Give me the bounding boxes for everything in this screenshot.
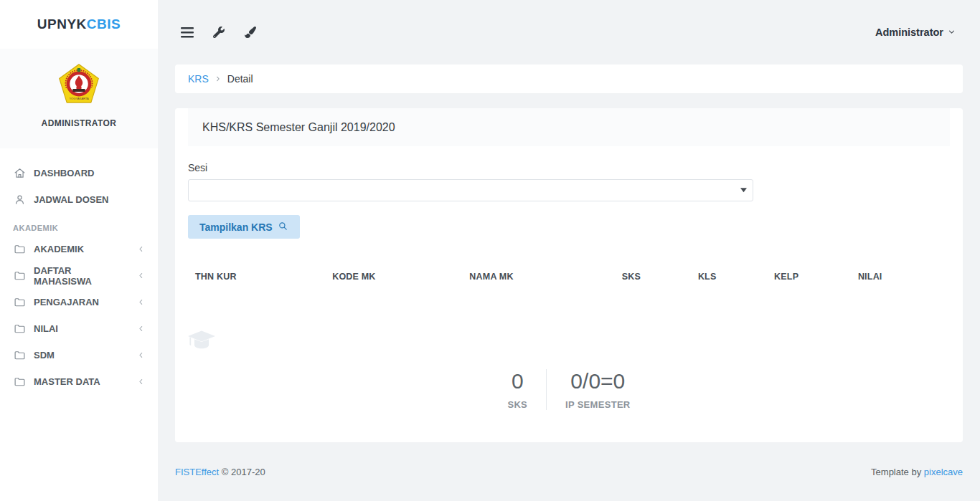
chevron-down-icon bbox=[948, 27, 956, 38]
user-menu[interactable]: Administrator bbox=[875, 27, 956, 38]
sidebar-item-label: AKADEMIK bbox=[34, 244, 129, 254]
sidebar-item-label: MASTER DATA bbox=[34, 376, 129, 387]
sidebar: UPNYKCBIS YOGYAKARTA ADMINISTRATOR DASHB… bbox=[0, 0, 158, 501]
folder-icon bbox=[13, 296, 26, 308]
user-menu-label: Administrator bbox=[875, 27, 943, 38]
search-icon bbox=[278, 221, 288, 234]
sidebar-nav: DASHBOARD JADWAL DOSEN AKADEMIK AKADEMIK… bbox=[0, 148, 158, 395]
sesi-form: Sesi Tampilkan KRS bbox=[175, 162, 963, 290]
sidebar-user-panel: YOGYAKARTA ADMINISTRATOR bbox=[0, 49, 158, 148]
stat-sks: 0 SKS bbox=[489, 369, 547, 410]
sidebar-item-pengajaran[interactable]: PENGAJARAN bbox=[13, 289, 145, 315]
pixelcave-link[interactable]: pixelcave bbox=[924, 467, 963, 477]
sidebar-section-header: AKADEMIK bbox=[13, 224, 145, 232]
footer: FISTEffect © 2017-20 Template by pixelca… bbox=[175, 442, 963, 501]
sidebar-item-label: DAFTAR MAHASISWA bbox=[34, 265, 129, 287]
chevron-right-icon bbox=[215, 75, 222, 82]
sidebar-item-master-data[interactable]: MASTER DATA bbox=[13, 368, 145, 395]
brand-primary: UPNYK bbox=[37, 16, 87, 32]
footer-template-credit: Template by pixelcave bbox=[871, 467, 963, 477]
card-title: KHS/KRS Semester Ganjil 2019/2020 bbox=[202, 121, 395, 134]
column-kelp: KELP bbox=[767, 263, 851, 290]
semester-stats: 0 SKS 0/0=0 IP SEMESTER bbox=[175, 369, 963, 410]
folder-icon bbox=[13, 349, 26, 361]
stat-sks-value: 0 bbox=[507, 369, 527, 393]
column-nama-mk: NAMA MK bbox=[462, 263, 614, 290]
breadcrumb-link-krs[interactable]: KRS bbox=[188, 73, 209, 85]
folder-icon bbox=[13, 323, 26, 335]
sidebar-item-label: SDM bbox=[34, 350, 129, 361]
topbar: Administrator bbox=[158, 0, 980, 65]
home-icon bbox=[13, 167, 26, 179]
wrench-icon[interactable] bbox=[211, 24, 227, 40]
column-kode-mk: KODE MK bbox=[325, 263, 462, 290]
university-emblem: YOGYAKARTA bbox=[58, 63, 100, 105]
stat-ip-label: IP SEMESTER bbox=[565, 399, 630, 410]
folder-icon bbox=[13, 243, 26, 255]
graduation-cap-icon bbox=[188, 330, 215, 356]
app-logo[interactable]: UPNYKCBIS bbox=[0, 0, 158, 49]
table-header-row: THN KUR KODE MK NAMA MK SKS KLS KELP NIL… bbox=[188, 263, 950, 290]
hamburger-icon[interactable] bbox=[179, 24, 195, 40]
sidebar-item-jadwal-dosen[interactable]: JADWAL DOSEN bbox=[13, 186, 145, 213]
sidebar-item-nilai[interactable]: NILAI bbox=[13, 315, 145, 342]
stat-sks-label: SKS bbox=[507, 399, 527, 410]
krs-table: THN KUR KODE MK NAMA MK SKS KLS KELP NIL… bbox=[188, 263, 950, 290]
sidebar-item-akademik[interactable]: AKADEMIK bbox=[13, 236, 145, 262]
main-content: Administrator KRS Detail KHS/KRS Semeste… bbox=[158, 0, 980, 501]
folder-icon bbox=[13, 269, 26, 282]
column-thn-kur: THN KUR bbox=[188, 263, 325, 290]
sidebar-item-sdm[interactable]: SDM bbox=[13, 342, 145, 368]
sidebar-item-dashboard[interactable]: DASHBOARD bbox=[13, 160, 145, 186]
app-name-link[interactable]: FISTEffect bbox=[175, 467, 219, 477]
stat-ip-value: 0/0=0 bbox=[565, 369, 630, 393]
brush-icon[interactable] bbox=[242, 24, 258, 40]
chevron-left-icon bbox=[137, 245, 145, 253]
breadcrumb: KRS Detail bbox=[175, 65, 963, 93]
sesi-select[interactable] bbox=[188, 179, 753, 201]
user-icon bbox=[13, 194, 26, 206]
sidebar-item-label: JADWAL DOSEN bbox=[34, 194, 109, 205]
chevron-left-icon bbox=[137, 325, 145, 333]
chevron-left-icon bbox=[137, 351, 145, 359]
folder-icon bbox=[13, 376, 26, 388]
column-nilai: NILAI bbox=[851, 263, 950, 290]
chevron-left-icon bbox=[137, 378, 145, 386]
footer-copyright: FISTEffect © 2017-20 bbox=[175, 467, 265, 477]
chevron-left-icon bbox=[137, 272, 145, 280]
template-by-text: Template by bbox=[871, 467, 921, 477]
sidebar-item-label: PENGAJARAN bbox=[34, 297, 129, 307]
card-title-band: KHS/KRS Semester Ganjil 2019/2020 bbox=[188, 108, 950, 146]
column-kls: KLS bbox=[691, 263, 767, 290]
emblem-caption: YOGYAKARTA bbox=[69, 97, 89, 100]
breadcrumb-current: Detail bbox=[227, 73, 253, 85]
sesi-label: Sesi bbox=[188, 162, 950, 173]
brand-accent: CBIS bbox=[87, 16, 121, 32]
chevron-left-icon bbox=[137, 298, 145, 306]
sidebar-item-label: DASHBOARD bbox=[34, 168, 95, 178]
tampilkan-krs-button[interactable]: Tampilkan KRS bbox=[188, 215, 300, 239]
stat-ip-semester: 0/0=0 IP SEMESTER bbox=[547, 369, 649, 410]
sidebar-item-daftar-mahasiswa[interactable]: DAFTAR MAHASISWA bbox=[13, 262, 145, 289]
copyright-text: © 2017-20 bbox=[222, 467, 265, 477]
krs-card: KHS/KRS Semester Ganjil 2019/2020 Sesi T… bbox=[175, 108, 963, 442]
sidebar-user-name: ADMINISTRATOR bbox=[0, 118, 158, 128]
column-sks: SKS bbox=[615, 263, 691, 290]
sidebar-item-label: NILAI bbox=[34, 323, 129, 334]
tampilkan-krs-label: Tampilkan KRS bbox=[199, 221, 273, 233]
